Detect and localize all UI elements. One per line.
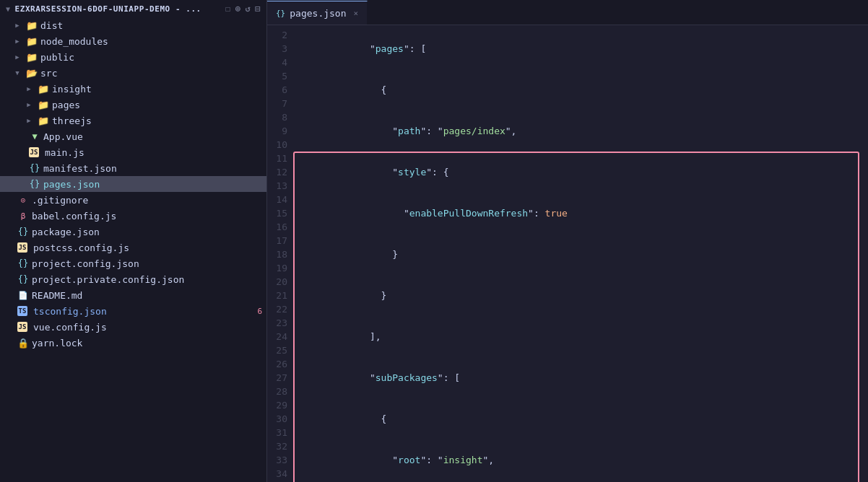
code-line-8: } bbox=[302, 275, 868, 316]
code-line-10: "subPackages": [ bbox=[302, 357, 868, 398]
sidebar-item-dist[interactable]: 📁 dist bbox=[0, 17, 266, 33]
sidebar-item-label: .gitignore bbox=[32, 195, 266, 206]
sidebar-item-label: postcss.config.js bbox=[33, 242, 266, 253]
tab-label: pages.json bbox=[290, 8, 346, 19]
folder-icon: 📁 bbox=[38, 83, 49, 95]
sidebar-item-readme[interactable]: 📄 README.md bbox=[0, 287, 266, 303]
arrow-icon bbox=[12, 67, 23, 79]
new-file-icon[interactable]: ☐ bbox=[225, 4, 231, 14]
babel-icon: β bbox=[17, 210, 29, 222]
sidebar-item-node-modules[interactable]: 📁 node_modules bbox=[0, 33, 266, 49]
yarn-icon: 🔒 bbox=[17, 337, 29, 349]
sidebar-item-label: threejs bbox=[52, 115, 266, 126]
code-line-12: "root": "insight", bbox=[302, 439, 868, 481]
folder-icon: 📁 bbox=[26, 19, 38, 31]
new-folder-icon[interactable]: ⊕ bbox=[235, 4, 241, 14]
refresh-icon[interactable]: ↺ bbox=[245, 4, 251, 14]
sidebar-item-project-config[interactable]: {} project.config.json bbox=[0, 255, 266, 271]
sidebar-item-pages[interactable]: 📁 pages bbox=[0, 97, 266, 113]
sidebar-item-package-json[interactable]: {} package.json bbox=[0, 224, 266, 240]
sidebar: ▼ EZXRARSESSION-6DOF-UNIAPP-DEMO - ... ☐… bbox=[0, 0, 267, 482]
sidebar-item-label: babel.config.js bbox=[32, 211, 266, 222]
sidebar-item-pages-json[interactable]: {} pages.json bbox=[0, 176, 266, 192]
folder-icon: 📁 bbox=[38, 99, 49, 110]
readme-icon: 📄 bbox=[17, 289, 29, 301]
code-line-2: "pages": [ bbox=[302, 28, 868, 69]
sidebar-item-label: App.vue bbox=[43, 131, 266, 142]
sidebar-item-label: pages bbox=[52, 100, 266, 110]
json-icon: {} bbox=[17, 258, 29, 269]
close-icon[interactable]: × bbox=[354, 9, 359, 18]
sidebar-header: ▼ EZXRARSESSION-6DOF-UNIAPP-DEMO - ... ☐… bbox=[0, 0, 266, 17]
sidebar-item-label: pages.json bbox=[43, 179, 266, 190]
arrow-icon bbox=[12, 35, 23, 47]
sidebar-item-label: node_modules bbox=[40, 36, 266, 47]
code-lines: "pages": [ { "path": "pages/index", "sty… bbox=[296, 28, 868, 482]
code-line-9: ], bbox=[302, 316, 868, 357]
git-icon: ⊙ bbox=[17, 194, 29, 206]
folder-open-icon: 📂 bbox=[26, 67, 38, 79]
tab-pages-json[interactable]: {} pages.json × bbox=[267, 1, 368, 25]
folder-icon: 📁 bbox=[26, 51, 38, 63]
sidebar-item-tsconfig[interactable]: TS tsconfig.json 6 bbox=[0, 303, 266, 319]
js-icon: JS bbox=[17, 242, 27, 253]
code-line-3: { bbox=[302, 69, 868, 110]
sidebar-item-insight[interactable]: 📁 insight bbox=[0, 81, 266, 97]
code-area: 2 3 4 5 6 7 8 9 10 11 12 13 14 15 16 17 … bbox=[267, 25, 868, 482]
sidebar-item-label: project.private.config.json bbox=[32, 274, 266, 285]
sidebar-item-src[interactable]: 📂 src bbox=[0, 65, 266, 81]
sidebar-item-label: tsconfig.json bbox=[33, 306, 257, 317]
code-line-11: { bbox=[302, 398, 868, 439]
sidebar-item-label: src bbox=[40, 68, 266, 79]
arrow-icon bbox=[23, 115, 35, 126]
sidebar-item-label: dist bbox=[40, 20, 266, 31]
sidebar-item-label: manifest.json bbox=[43, 163, 266, 174]
sidebar-item-label: main.js bbox=[45, 147, 266, 158]
sidebar-item-app-vue[interactable]: ▼ App.vue bbox=[0, 128, 266, 144]
collapse-icon[interactable]: ⊟ bbox=[255, 4, 261, 14]
line-numbers: 2 3 4 5 6 7 8 9 10 11 12 13 14 15 16 17 … bbox=[267, 28, 296, 482]
sidebar-item-project-private-config[interactable]: {} project.private.config.json bbox=[0, 271, 266, 287]
code-line-5: "style": { bbox=[302, 152, 868, 193]
json-icon: {} bbox=[17, 273, 29, 285]
project-name: EZXRARSESSION-6DOF-UNIAPP-DEMO - ... bbox=[15, 4, 201, 14]
arrow-icon bbox=[23, 83, 35, 95]
sidebar-item-yarn-lock[interactable]: 🔒 yarn.lock bbox=[0, 335, 266, 351]
json-icon: {} bbox=[29, 162, 40, 174]
sidebar-item-label: README.md bbox=[32, 290, 266, 301]
code-line-7: } bbox=[302, 234, 868, 275]
js-icon: JS bbox=[29, 147, 39, 157]
sidebar-item-label: insight bbox=[52, 84, 266, 95]
vue-icon: ▼ bbox=[29, 131, 40, 142]
json-icon: {} bbox=[17, 226, 29, 237]
sidebar-item-gitignore[interactable]: ⊙ .gitignore bbox=[0, 192, 266, 208]
sidebar-item-main-js[interactable]: JS main.js bbox=[0, 144, 266, 160]
sidebar-item-label: package.json bbox=[32, 227, 266, 237]
tab-bar: {} pages.json × bbox=[267, 0, 868, 25]
js-icon: JS bbox=[17, 322, 27, 332]
sidebar-item-manifest-json[interactable]: {} manifest.json bbox=[0, 160, 266, 176]
sidebar-item-postcss-config[interactable]: JS postcss.config.js bbox=[0, 240, 266, 255]
code-line-6: "enablePullDownRefresh": true bbox=[302, 193, 868, 234]
folder-icon: 📁 bbox=[26, 35, 38, 47]
arrow-icon bbox=[12, 19, 23, 31]
code-line-4: "path": "pages/index", bbox=[302, 110, 868, 152]
tree: 📁 dist 📁 node_modules 📁 public bbox=[0, 17, 266, 351]
json-icon: {} bbox=[29, 178, 40, 190]
error-badge: 6 bbox=[257, 307, 262, 316]
sidebar-item-label: public bbox=[40, 52, 266, 63]
sidebar-item-public[interactable]: 📁 public bbox=[0, 49, 266, 65]
arrow-icon bbox=[23, 99, 35, 110]
sidebar-item-label: project.config.json bbox=[32, 258, 266, 269]
folder-icon: 📁 bbox=[38, 115, 49, 126]
sidebar-item-vue-config[interactable]: JS vue.config.js bbox=[0, 319, 266, 335]
sidebar-item-threejs[interactable]: 📁 threejs bbox=[0, 113, 266, 128]
editor: {} pages.json × 2 3 4 5 6 7 8 9 10 11 12… bbox=[267, 0, 868, 482]
ts-icon: TS bbox=[17, 306, 27, 316]
sidebar-item-label: yarn.lock bbox=[32, 338, 266, 349]
json-tab-icon: {} bbox=[276, 9, 285, 18]
sidebar-item-label: vue.config.js bbox=[33, 322, 266, 333]
arrow-icon bbox=[12, 51, 23, 63]
sidebar-item-babel-config[interactable]: β babel.config.js bbox=[0, 208, 266, 224]
